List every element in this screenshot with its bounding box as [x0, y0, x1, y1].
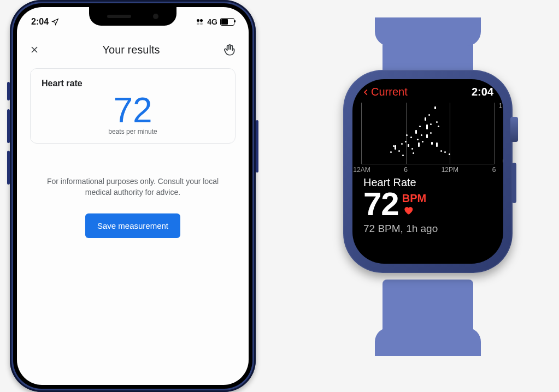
watch-back-button[interactable]: Current — [362, 86, 408, 98]
phone-mute-switch — [7, 82, 10, 100]
watch-time: 2:04 — [472, 86, 493, 98]
chart-point — [430, 123, 432, 125]
chart-point — [415, 130, 417, 134]
watch-band-bottom — [383, 280, 473, 356]
card-title: Heart rate — [42, 79, 224, 88]
save-measurement-button[interactable]: Save measurement — [85, 213, 180, 238]
network-label: 4G — [207, 17, 217, 26]
chart-point — [395, 145, 396, 150]
heart-rate-value: 72 — [42, 93, 224, 128]
chart-point — [436, 142, 438, 147]
chart-point — [428, 114, 430, 116]
chart-point — [425, 117, 426, 120]
heart-rate-card: Heart rate 72 beats per minute — [30, 68, 236, 144]
disclaimer-text: For informational purposes only. Consult… — [39, 176, 227, 198]
chart-point — [390, 151, 392, 153]
chart-ymin: 61 — [503, 157, 503, 165]
watch-digital-crown — [510, 117, 518, 142]
signal-icon — [197, 19, 204, 25]
chart-point — [440, 150, 442, 152]
status-time: 2:04 — [31, 17, 49, 27]
watch-side-button — [512, 163, 516, 203]
chart-point — [430, 132, 432, 134]
chart-point — [444, 151, 446, 153]
heart-icon — [402, 205, 414, 216]
watch-screen: Current 2:04 105 61 12AM612PM6 Heart Rat… — [352, 79, 503, 264]
chart-point — [401, 143, 403, 145]
phone-volume-down — [7, 151, 10, 185]
chart-point — [413, 152, 414, 154]
chart-ymax: 105 — [498, 102, 503, 110]
chart-point — [410, 136, 412, 138]
watch-unit: BPM — [402, 192, 426, 205]
chart-point — [431, 142, 433, 145]
chart-point — [406, 134, 408, 136]
chart-point — [434, 106, 436, 109]
close-button[interactable] — [29, 44, 40, 55]
chart-point — [408, 144, 409, 147]
watch-device: Current 2:04 105 61 12AM612PM6 Heart Rat… — [327, 17, 529, 356]
chart-point — [411, 148, 413, 150]
battery-icon — [220, 18, 234, 26]
chart-x-tick: 6 — [492, 166, 496, 174]
chart-point — [449, 153, 450, 155]
watch-case: Current 2:04 105 61 12AM612PM6 Heart Rat… — [343, 70, 513, 273]
watch-back-label: Current — [371, 86, 408, 98]
app-header: Your results — [17, 37, 249, 63]
chart-point — [421, 134, 422, 136]
chart-point — [398, 150, 400, 152]
phone-device: 2:04 4G Your results — [10, 0, 256, 392]
heart-rate-chart[interactable]: 105 61 12AM612PM6 — [361, 103, 495, 164]
watch-heart-rate-value: 72 — [363, 188, 399, 221]
chart-point — [426, 124, 428, 129]
touch-gesture-icon[interactable] — [222, 43, 237, 57]
page-title: Your results — [103, 44, 160, 56]
phone-power-button — [256, 120, 258, 173]
chart-point — [418, 142, 420, 147]
chart-point — [417, 139, 419, 140]
chart-x-tick: 12AM — [353, 166, 370, 174]
phone-volume-up — [7, 109, 10, 143]
chart-point — [422, 141, 423, 142]
chevron-left-icon — [362, 87, 370, 98]
chart-point — [438, 126, 439, 127]
chart-point — [419, 126, 421, 127]
chart-x-tick: 12PM — [442, 166, 458, 174]
location-icon — [51, 18, 59, 26]
heart-rate-unit: beats per minute — [42, 128, 224, 135]
chart-x-tick: 6 — [404, 166, 408, 174]
chart-point — [436, 121, 438, 123]
watch-subtext: 72 BPM, 1h ago — [363, 223, 492, 235]
chart-point — [402, 155, 404, 156]
chart-point — [426, 134, 428, 138]
